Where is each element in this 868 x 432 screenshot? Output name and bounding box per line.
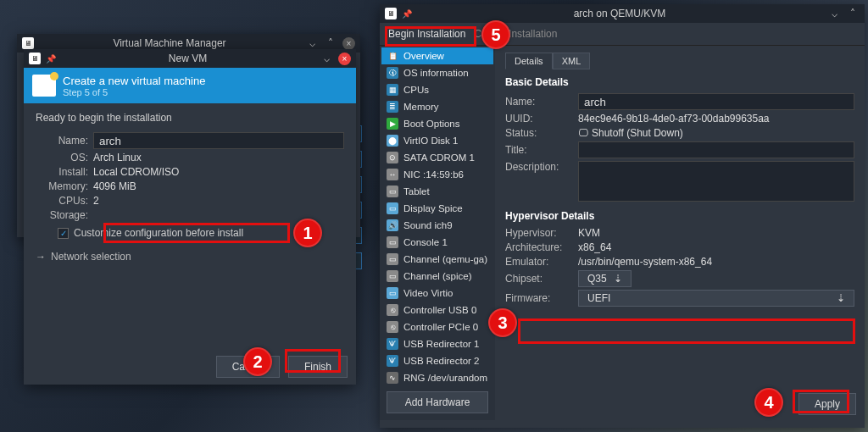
sidebar-item-label: Console 1 — [403, 237, 448, 247]
vmm-title: Virtual Machine Manager — [39, 37, 300, 49]
wizard-banner: Create a new virtual machine Step 5 of 5 — [24, 68, 356, 103]
sidebar-icon: ≣ — [387, 101, 398, 113]
sidebar-icon: 🛈 — [387, 67, 398, 79]
sidebar-item[interactable]: ѰUSB Redirector 2 — [381, 352, 493, 369]
sidebar-item[interactable]: 🔊Sound ich9 — [381, 217, 493, 234]
cpus-label: CPUs: — [36, 195, 93, 207]
vmm-close-icon[interactable]: × — [342, 37, 355, 50]
network-label: Network selection — [51, 251, 131, 263]
bd-title-input[interactable] — [578, 141, 854, 158]
hv-chipset-select[interactable]: Q35⇣ — [578, 270, 632, 287]
sidebar-item[interactable]: ≣Memory — [381, 98, 493, 115]
chevron-down-icon: ⇣ — [614, 273, 622, 285]
sidebar-item-label: USB Redirector 1 — [403, 339, 479, 349]
details-titlebar: 🖥 📌 arch on QEMU/KVM ⌵ ˄ — [380, 4, 865, 23]
details-chevron-up-icon[interactable]: ˄ — [846, 7, 860, 20]
sidebar-item-label: Channel (qemu-ga) — [403, 254, 487, 264]
bd-status-value: Shutoff (Shut Down) — [592, 127, 683, 139]
sidebar-item-label: SATA CDROM 1 — [403, 152, 475, 163]
bd-desc-label: Description: — [505, 161, 578, 173]
name-input[interactable] — [93, 132, 344, 149]
sidebar-item[interactable]: ∿RNG /dev/urandom — [381, 369, 493, 386]
sidebar-icon: ⎋ — [387, 321, 398, 333]
vmm-chevron-up-icon[interactable]: ˄ — [324, 36, 337, 50]
begin-installation-button[interactable]: Begin Installation — [388, 28, 465, 40]
ready-text: Ready to begin the installation — [36, 112, 344, 124]
network-expander[interactable]: → Network selection — [36, 251, 344, 263]
sidebar-icon: ⎋ — [387, 304, 398, 316]
customize-checkbox[interactable]: ✓ Customize configuration before install — [53, 224, 344, 242]
hv-emu-label: Emulator: — [505, 256, 578, 268]
vmm-chevron-icon[interactable]: ⌵ — [305, 36, 319, 50]
hv-firmware-select[interactable]: UEFI⇣ — [578, 290, 854, 307]
finish-button[interactable]: Finish — [288, 356, 348, 378]
bd-desc-input[interactable] — [578, 161, 854, 202]
tab-details[interactable]: Details — [505, 53, 553, 69]
tab-xml[interactable]: XML — [553, 53, 591, 69]
install-value: Local CDROM/ISO — [93, 166, 179, 178]
hypervisor-details-heading: Hypervisor Details — [505, 210, 854, 222]
sidebar-icon: ▭ — [387, 253, 398, 265]
sidebar-item[interactable]: ▭Console 1 — [381, 234, 493, 251]
new-vm-window: 🖥 📌 New VM ⌵ × Create a new virtual mach… — [24, 49, 356, 385]
sidebar-icon: Ѱ — [387, 355, 398, 367]
sidebar-item[interactable]: ⎋Controller USB 0 — [381, 302, 493, 318]
sidebar-item-label: Memory — [403, 102, 439, 112]
cancel-button[interactable]: Cancel — [216, 356, 280, 378]
sidebar-item[interactable]: ▭Channel (spice) — [381, 268, 493, 285]
sidebar-item[interactable]: 🛈OS information — [381, 64, 493, 81]
chevron-down-icon: ⇣ — [837, 292, 845, 304]
app-icon: 🖥 — [29, 53, 41, 64]
sidebar-item[interactable]: ѰUSB Redirector 1 — [381, 335, 493, 352]
sidebar-icon: ↔ — [387, 169, 398, 180]
sidebar-icon: ⬤ — [387, 135, 398, 147]
hv-arch-label: Architecture: — [505, 241, 578, 253]
sidebar-item[interactable]: ▭Tablet — [381, 183, 493, 200]
sidebar-icon: ▭ — [387, 287, 398, 299]
apply-button[interactable]: Apply — [798, 393, 856, 415]
sidebar-icon: ▭ — [387, 236, 398, 248]
sidebar-icon: ▦ — [387, 84, 398, 96]
newvm-close-icon[interactable]: × — [338, 53, 351, 65]
os-label: OS: — [36, 152, 93, 163]
sidebar-item[interactable]: ⎋Controller PCIe 0 — [381, 318, 493, 335]
sidebar-item[interactable]: ▭Channel (qemu-ga) — [381, 251, 493, 268]
memory-label: Memory: — [36, 180, 93, 192]
add-hardware-button[interactable]: Add Hardware — [387, 391, 488, 413]
sidebar-item[interactable]: ⊙SATA CDROM 1 — [381, 149, 493, 166]
sidebar-item-label: Controller USB 0 — [403, 305, 476, 315]
bd-name-input[interactable] — [578, 93, 854, 110]
bd-name-label: Name: — [505, 96, 578, 108]
sidebar-item[interactable]: ↔NIC :14:59:b6 — [381, 166, 493, 183]
sidebar-item[interactable]: ▦CPUs — [381, 81, 493, 98]
sidebar-item-label: VirtIO Disk 1 — [403, 136, 458, 146]
basic-details-heading: Basic Details — [505, 76, 854, 88]
pin-icon[interactable]: 📌 — [46, 54, 56, 64]
sidebar-item[interactable]: 📋Overview — [381, 47, 493, 64]
pin-icon[interactable]: 📌 — [402, 9, 412, 19]
sidebar-item-label: NIC :14:59:b6 — [403, 169, 464, 180]
memory-value: 4096 MiB — [93, 180, 136, 192]
hv-hypervisor-value: KVM — [578, 227, 600, 239]
check-icon: ✓ — [58, 228, 69, 239]
sidebar-item[interactable]: ▭Video Virtio — [381, 285, 493, 302]
sidebar-item[interactable]: ⬤VirtIO Disk 1 — [381, 132, 493, 149]
sidebar-item-label: Tablet — [403, 186, 430, 197]
install-label: Install: — [36, 166, 93, 178]
sidebar-item[interactable]: ▭Display Spice — [381, 200, 493, 217]
hv-arch-value: x86_64 — [578, 241, 611, 253]
hardware-sidebar: 📋Overview🛈OS information▦CPUs≣Memory▶Boo… — [381, 47, 493, 386]
newvm-title: New VM — [61, 53, 314, 64]
hv-chipset-label: Chipset: — [505, 273, 578, 285]
sidebar-icon: ▭ — [387, 202, 398, 214]
sidebar-item[interactable]: ▶Boot Options — [381, 115, 493, 132]
newvm-chevron-icon[interactable]: ⌵ — [320, 52, 333, 65]
bd-uuid-label: UUID: — [505, 113, 578, 125]
sidebar-item-label: Sound ich9 — [403, 220, 453, 230]
details-chevron-icon[interactable]: ⌵ — [827, 7, 841, 20]
sidebar-icon: ∿ — [387, 372, 398, 384]
sidebar-item-label: CPUs — [403, 85, 429, 95]
cancel-installation-button[interactable]: Cancel Installation — [474, 28, 557, 40]
sidebar-item-label: USB Redirector 2 — [403, 356, 479, 366]
shutoff-icon: 🖵 — [578, 127, 588, 139]
